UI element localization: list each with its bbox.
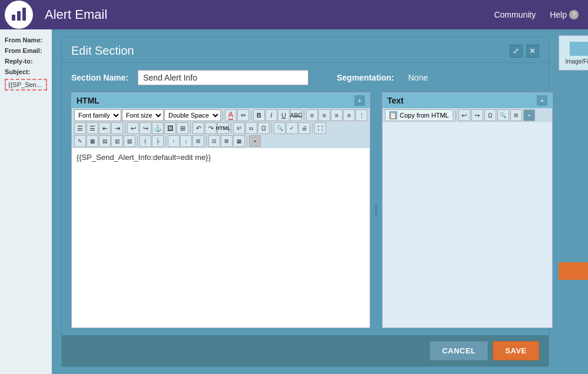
- copy-icon: 📋: [389, 111, 397, 119]
- col1[interactable]: ┤: [139, 135, 151, 147]
- pane-splitter[interactable]: [375, 92, 377, 328]
- logo: [5, 1, 33, 29]
- html-source[interactable]: HTML: [217, 122, 229, 134]
- more-btn[interactable]: ⋮: [356, 109, 367, 121]
- print[interactable]: 🖨: [298, 122, 310, 134]
- segmentation-label: Segmentation:: [337, 73, 394, 82]
- anchor[interactable]: ⚓: [152, 122, 164, 134]
- find[interactable]: 🔍: [274, 122, 285, 134]
- insert-special[interactable]: ▪: [249, 135, 261, 147]
- close-button[interactable]: ✕: [526, 45, 539, 58]
- html-editor-content[interactable]: {{SP_Send_Alert_Info:default=edit me}}: [72, 148, 370, 328]
- toolbar-row-2: ☰ ☰ ⇤ ⇥ ↩ ↪ ⚓ 🖼 ⊞ ↶: [74, 122, 367, 134]
- font-size-select[interactable]: Font size: [122, 109, 164, 121]
- row-up[interactable]: ↑: [168, 135, 180, 147]
- save-button[interactable]: SAVE: [493, 341, 539, 360]
- html-toolbar: Font family Font size Double Space: [72, 108, 370, 148]
- image-file-label: Image/File: [565, 58, 588, 65]
- html-pane-header: HTML +: [72, 93, 370, 108]
- text-pane-header: Text +: [383, 93, 552, 108]
- help-link[interactable]: Help ?: [550, 10, 579, 19]
- align-left[interactable]: ≡: [306, 109, 318, 121]
- layout2[interactable]: ▤: [99, 135, 111, 147]
- merge[interactable]: ⊞: [192, 135, 204, 147]
- section-name-label: Section Name:: [71, 73, 128, 82]
- text-expand-button[interactable]: +: [537, 95, 547, 106]
- image-file-icon: [570, 42, 588, 56]
- superscript[interactable]: x²: [233, 122, 245, 134]
- bold-button[interactable]: B: [253, 109, 265, 121]
- increase-indent[interactable]: ⇥: [111, 122, 123, 134]
- segmentation-value: None: [408, 73, 427, 82]
- table-insert[interactable]: ⊞: [177, 122, 188, 134]
- table3[interactable]: ⊠: [221, 135, 232, 147]
- special-chars[interactable]: Ω: [258, 122, 270, 134]
- subscript[interactable]: x₂: [245, 122, 257, 134]
- dialog-title: Edit Section: [71, 44, 134, 58]
- editors-row: HTML + Font family Font size: [71, 92, 539, 328]
- dialog-body: Section Name: Segmentation: None HTML +: [62, 63, 549, 335]
- center-panel: Edit Section ⤢ ✕ Section Name: Segmentat…: [52, 29, 559, 374]
- font-color-a[interactable]: A: [225, 109, 237, 121]
- align-right[interactable]: ≡: [331, 109, 343, 121]
- toolbar-sep-10: [165, 136, 166, 146]
- row-down[interactable]: ↓: [180, 135, 192, 147]
- text-toolbar: 📋 Copy from HTML ↩ ↪ Ω 🔍 ⊞ ▪: [383, 108, 552, 122]
- highlight-btn[interactable]: ✏: [237, 109, 249, 121]
- toolbar-row-3: ✎ ▦ ▤ ▥ ▧ ┤ ├ ↑ ↓ ⊞: [74, 135, 367, 147]
- layout1[interactable]: ▦: [87, 135, 98, 147]
- text-undo[interactable]: ↩: [459, 109, 470, 121]
- unordered-list[interactable]: ☰: [74, 122, 86, 134]
- toolbar-sep-3: [304, 110, 304, 121]
- table2[interactable]: ⊟: [208, 135, 220, 147]
- toolbar-sep-4: [125, 123, 125, 133]
- top-bar: Alert Email Community Help ?: [0, 0, 588, 29]
- cancel-button[interactable]: CANCEL: [430, 341, 488, 360]
- line-spacing-select[interactable]: Double Space: [164, 109, 221, 121]
- html-expand-button[interactable]: +: [354, 95, 365, 106]
- toolbar-sep-9: [137, 136, 138, 146]
- table4[interactable]: ▦: [233, 135, 245, 147]
- strikethrough-button[interactable]: ABC: [290, 109, 302, 121]
- toolbar-sep-1: [222, 110, 223, 121]
- text-find[interactable]: 🔍: [497, 109, 509, 121]
- text-omega[interactable]: Ω: [484, 109, 496, 121]
- layout3[interactable]: ▥: [111, 135, 123, 147]
- decrease-indent[interactable]: ⇤: [99, 122, 111, 134]
- spellcheck[interactable]: ✓: [286, 122, 298, 134]
- underline-button[interactable]: U: [278, 109, 290, 121]
- redo2[interactable]: ↷: [205, 122, 217, 134]
- text-opt2[interactable]: ⊞: [510, 109, 522, 121]
- undo2[interactable]: ↶: [192, 122, 204, 134]
- justify[interactable]: ≡: [343, 109, 355, 121]
- copy-from-html-button[interactable]: 📋 Copy from HTML: [385, 109, 453, 121]
- redo[interactable]: ↪: [139, 122, 151, 134]
- left-panel: From Name: From Email: Reply-to: Subject…: [0, 29, 52, 374]
- text-redo[interactable]: ↪: [471, 109, 483, 121]
- from-email-label: From Email:: [5, 47, 47, 54]
- layout4[interactable]: ▧: [124, 135, 135, 147]
- section-name-input[interactable]: [138, 70, 308, 85]
- col2[interactable]: ├: [152, 135, 164, 147]
- edit-btn[interactable]: ✎: [74, 135, 86, 147]
- svg-rect-1: [17, 11, 21, 21]
- ordered-list[interactable]: ☰: [87, 122, 98, 134]
- image-file-item[interactable]: Image/File: [559, 35, 588, 71]
- undo[interactable]: ↩: [127, 122, 139, 134]
- dialog-header: Edit Section ⤢ ✕: [62, 37, 549, 63]
- community-link[interactable]: Community: [494, 10, 536, 19]
- right-panel: Image/File: [559, 29, 588, 374]
- fullscreen[interactable]: ⛶: [314, 122, 326, 134]
- font-family-select[interactable]: Font family: [74, 109, 121, 121]
- dialog-footer: CANCEL SAVE: [62, 335, 549, 366]
- text-editor-content[interactable]: [383, 122, 552, 328]
- help-icon: ?: [569, 10, 579, 19]
- edit-section-dialog: Edit Section ⤢ ✕ Section Name: Segmentat…: [61, 36, 549, 367]
- orange-accent-bar: [559, 262, 588, 280]
- align-center[interactable]: ≡: [318, 109, 330, 121]
- expand-button[interactable]: ⤢: [510, 45, 523, 58]
- image-insert[interactable]: 🖼: [164, 122, 176, 134]
- text-opt3[interactable]: ▪: [523, 109, 535, 121]
- italic-button[interactable]: I: [265, 109, 277, 121]
- toolbar-sep-12: [247, 136, 247, 146]
